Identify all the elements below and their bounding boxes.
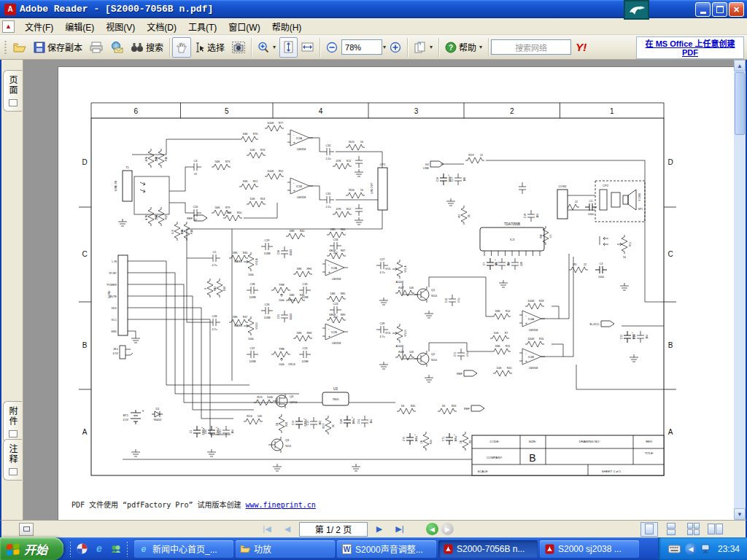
floating-app-icon[interactable] — [624, 0, 649, 20]
restore-button[interactable] — [712, 2, 727, 17]
svg-text:IC1A: IC1A — [296, 137, 303, 140]
binoculars-icon — [131, 42, 144, 53]
open-button[interactable] — [9, 37, 30, 58]
hand-tool-button[interactable] — [172, 37, 191, 58]
quick-launch-msn-icon[interactable] — [109, 542, 122, 555]
page-number-field[interactable]: 第 1/ 2 页 — [299, 522, 368, 537]
menu-edit[interactable]: 编辑(E) — [59, 18, 100, 35]
menu-file[interactable]: 文件(F) — [19, 18, 59, 35]
taskbar-item-word-doc[interactable]: W S2000声音调整... — [337, 540, 436, 558]
language-bar-icon[interactable]: ◀ — [685, 543, 697, 555]
svg-text:4.7u: 4.7u — [380, 271, 385, 274]
ie-icon: e — [138, 543, 150, 555]
svg-text:R85: R85 — [341, 292, 346, 295]
scroll-track[interactable] — [734, 71, 746, 508]
toolbar-grip[interactable] — [4, 39, 7, 55]
zoom-level-combo[interactable]: 78% — [341, 39, 382, 55]
sch-res-h: 33KR14 — [492, 309, 511, 319]
network-icon[interactable] — [701, 544, 712, 553]
save-copy-button[interactable]: 保存副本 — [30, 37, 86, 58]
next-page-button[interactable]: ▶ — [371, 523, 388, 536]
ms-office-pdf-link[interactable]: 在 MS Office 上任意创建 PDF — [636, 36, 744, 59]
menu-view[interactable]: 视图(V) — [100, 18, 141, 35]
first-page-button[interactable]: |◀ — [258, 523, 276, 536]
help-button[interactable]: ? 帮助 ▾ — [441, 37, 486, 58]
tab-comments[interactable]: 注释 — [3, 439, 22, 481]
svg-text:LM358: LM358 — [332, 277, 341, 281]
document-canvas[interactable]: 654321DDCCBBAAT1LINE-IN47KR4220KR104.7KR… — [23, 60, 734, 520]
minimize-button[interactable] — [695, 2, 711, 17]
svg-text:C: C — [667, 250, 673, 258]
fit-page-button[interactable] — [279, 37, 298, 58]
scroll-up-arrow[interactable]: ▲ — [734, 60, 746, 71]
svg-text:C61: C61 — [219, 429, 222, 435]
taskbar-item-folder[interactable]: 功放 — [236, 540, 335, 558]
svg-text:R18: R18 — [539, 300, 544, 303]
zoom-out-button[interactable] — [322, 37, 341, 58]
sch-cap-v: C36103M — [277, 246, 293, 258]
select-tool-button[interactable]: 选择 — [191, 37, 228, 58]
scroll-down-arrow[interactable]: ▼ — [734, 508, 746, 520]
quick-launch-app-icon[interactable] — [76, 542, 88, 555]
scroll-thumb[interactable] — [735, 72, 745, 135]
main-area: 页面 附件 注释 654321DDCCBBAAT1LINE-IN47KR4220… — [0, 60, 747, 520]
snapshot-button[interactable] — [228, 37, 249, 58]
page-display-button[interactable]: ▾ — [410, 37, 436, 58]
sch-pent: B+VCC — [590, 321, 614, 327]
sch-pent: REF — [457, 370, 477, 376]
sch-conn: T1 — [123, 166, 132, 201]
quick-launch-ie-icon[interactable]: e — [93, 542, 105, 555]
facing-layout-button[interactable] — [706, 522, 724, 537]
taskbar-item-current-pdf[interactable]: S2000-7056B n... — [438, 540, 538, 558]
fit-width-button[interactable] — [298, 37, 317, 58]
menu-tools[interactable]: 工具(T) — [182, 18, 222, 35]
single-page-layout-button[interactable] — [640, 522, 658, 537]
keyboard-icon[interactable] — [668, 545, 681, 553]
start-button[interactable]: 开始 — [0, 537, 63, 560]
page-layout-buttons — [640, 522, 724, 537]
pdf-page[interactable]: 654321DDCCBBAAT1LINE-IN47KR4220KR104.7KR… — [58, 66, 734, 520]
menu-window[interactable]: 窗口(W) — [222, 18, 266, 35]
sch-cap-h: C23103M — [299, 347, 311, 363]
sch-jackplug: JK14.5V — [113, 346, 133, 359]
yahoo-button[interactable]: Y! — [576, 41, 587, 53]
email-button[interactable] — [107, 37, 127, 58]
sch-res-h: 100KR77 — [265, 121, 284, 131]
svg-text:R19: R19 — [468, 153, 474, 157]
tab-pages[interactable]: 页面 — [3, 70, 22, 112]
zoom-in-button[interactable] — [386, 37, 405, 58]
print-button[interactable] — [86, 37, 107, 58]
svg-text:C32: C32 — [326, 144, 331, 147]
sch-res-h: 18KR40 — [286, 229, 305, 239]
quick-launch-grip[interactable] — [69, 541, 71, 557]
menu-document[interactable]: 文档(D) — [141, 18, 182, 35]
taskbar-grip[interactable] — [126, 541, 128, 557]
statusbar-options-button[interactable] — [19, 523, 34, 536]
svg-text:C7: C7 — [483, 262, 486, 266]
menu-help[interactable]: 帮助(H) — [266, 18, 308, 35]
continuous-layout-button[interactable] — [662, 522, 680, 537]
history-back-button[interactable]: ◀ — [426, 523, 438, 535]
svg-text:+: + — [525, 359, 527, 363]
svg-text:C28: C28 — [212, 315, 217, 318]
svg-text:R38: R38 — [223, 287, 226, 291]
search-button[interactable]: 搜索 — [127, 37, 167, 58]
tab-attachments[interactable]: 附件 — [3, 401, 22, 443]
window-title: Adobe Reader - [S2000-7056B n.pdf] — [20, 4, 213, 15]
taskbar-item-other-pdf[interactable]: S2000 sj2038 ... — [540, 540, 639, 558]
pdf-doc-icon[interactable]: ▲ — [2, 20, 15, 33]
title-bar[interactable]: A Adobe Reader - [S2000-7056B n.pdf] ✕ — [0, 0, 747, 18]
sch-res-v: 1KR46 — [420, 432, 433, 451]
last-page-button[interactable]: ▶| — [391, 523, 409, 536]
continuous-facing-layout-button[interactable] — [684, 522, 702, 537]
taskbar-item-news[interactable]: e 新闻中心首页_... — [134, 540, 233, 558]
fineprint-link[interactable]: www.fineprint.cn — [245, 501, 315, 509]
svg-text:POWER: POWER — [107, 284, 117, 287]
prev-page-button[interactable]: ◀ — [279, 523, 296, 536]
vertical-scrollbar[interactable]: ▲ ▼ — [734, 60, 746, 520]
close-button[interactable]: ✕ — [729, 2, 744, 17]
web-search-input[interactable]: 搜索网络 — [491, 39, 571, 55]
zoom-in-tool-button[interactable]: ▾ — [254, 37, 279, 58]
svg-text:6.8: 6.8 — [171, 230, 174, 233]
history-forward-button[interactable]: ▶ — [441, 523, 454, 535]
